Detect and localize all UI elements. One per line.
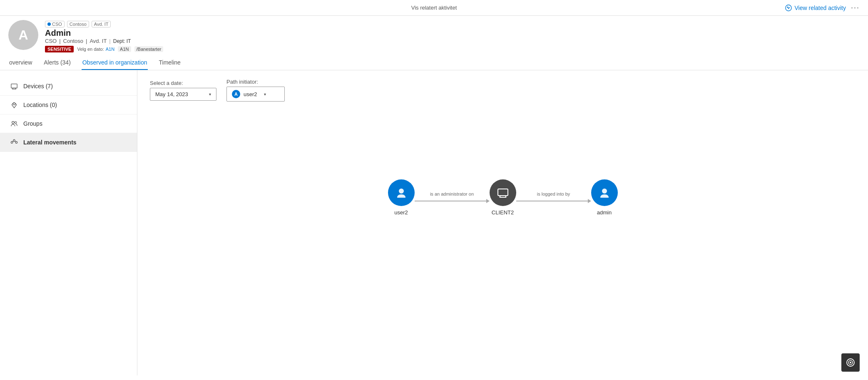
date-filter-label: Select a date:: [150, 80, 216, 86]
left-panel: Devices (7) Locations (0) Groups: [0, 70, 137, 375]
svg-point-6: [12, 122, 14, 124]
left-item-groups[interactable]: Groups: [0, 114, 137, 133]
svg-rect-1: [11, 84, 17, 88]
activity-icon: [785, 4, 792, 12]
path-chevron-icon: ▾: [264, 92, 266, 97]
edge-admin-on: is an administrator on: [415, 191, 490, 203]
edge-logged-arrow: [588, 199, 591, 203]
svg-point-13: [399, 189, 404, 194]
bottom-right-target-button[interactable]: [841, 353, 860, 372]
node-admin-circle: [591, 179, 618, 206]
lateral-label: Lateral movements: [23, 139, 77, 146]
svg-line-12: [15, 141, 16, 142]
date-filter-group: Select a date: May 14, 2023 ▾: [150, 80, 216, 101]
graph-container: user2 is an administrator on: [388, 179, 618, 216]
tab-overview[interactable]: overview: [8, 56, 33, 70]
vis-relatert-link[interactable]: Vis relatert aktivitet: [411, 5, 457, 11]
entity-tag-1: A1N: [118, 46, 131, 52]
node-user2: user2: [388, 179, 415, 216]
right-content: Select a date: May 14, 2023 ▾ Path initi…: [137, 70, 868, 375]
sensitive-row: SENSITIVE Velg en dato: A1N A1N /Banesta…: [45, 46, 163, 52]
sub-nav: overview Alerts (34) Observed in organiz…: [0, 56, 868, 70]
top-bar-right: View related activity ···: [785, 3, 860, 12]
view-related-button[interactable]: View related activity: [785, 4, 846, 12]
filter-row: Select a date: May 14, 2023 ▾ Path initi…: [150, 79, 856, 102]
avatar-info: CSO Contoso Avd. IT Admin CSO | Contoso …: [45, 20, 163, 52]
group-icon: [10, 119, 18, 128]
avatar-tags: CSO Contoso Avd. IT: [45, 21, 163, 27]
svg-rect-14: [498, 189, 508, 196]
node-user2-label: user2: [394, 209, 408, 216]
node-client2-label: CLIENT2: [492, 209, 514, 216]
device-icon: [10, 82, 18, 90]
node-admin-label: admin: [597, 209, 612, 216]
edge-admin-line: [415, 199, 490, 203]
main-layout: Devices (7) Locations (0) Groups: [0, 70, 868, 375]
contoso-tag: Contoso: [67, 21, 89, 27]
left-item-devices[interactable]: Devices (7): [0, 77, 137, 96]
cso-tag: CSO: [45, 21, 65, 27]
user2-icon: [395, 186, 408, 199]
node-admin: admin: [591, 179, 618, 216]
devices-label: Devices (7): [23, 83, 53, 89]
entity-tag-2: /Banestarter: [134, 46, 164, 52]
svg-point-7: [15, 122, 17, 124]
tag-dot: [47, 22, 51, 26]
date-chevron-icon: ▾: [209, 92, 211, 97]
admin-icon: [598, 186, 611, 199]
sensitive-badge: SENSITIVE: [45, 46, 74, 52]
graph-area: user2 is an administrator on: [150, 114, 856, 281]
avatar-subtitle: CSO | Contoso | Avd. IT | Dept: IT: [45, 38, 163, 44]
date-select[interactable]: May 14, 2023 ▾: [150, 88, 216, 101]
date-selector-small: Velg en dato: A1N: [77, 47, 114, 52]
svg-point-21: [850, 362, 851, 363]
target-icon: [846, 358, 855, 367]
tab-observed[interactable]: Observed in organization: [82, 56, 148, 70]
more-options-button[interactable]: ···: [851, 3, 860, 12]
edge-logged-line: [516, 199, 591, 203]
locations-label: Locations (0): [23, 102, 57, 108]
groups-label: Groups: [23, 120, 42, 127]
node-client2-circle: [490, 179, 516, 206]
client2-icon: [496, 186, 510, 199]
node-user2-circle: [388, 179, 415, 206]
edge-admin-arrow: [486, 199, 490, 203]
edge-logged-label: is logged into by: [537, 191, 570, 196]
top-bar: Vis relatert aktivitet View related acti…: [0, 0, 868, 16]
path-filter-label: Path initiator:: [226, 79, 285, 85]
lateral-icon: [10, 138, 18, 147]
tab-alerts[interactable]: Alerts (34): [43, 56, 72, 70]
avatar: A: [8, 20, 38, 50]
tab-timeline[interactable]: Timeline: [158, 56, 181, 70]
dept-badge: Dept: IT: [113, 38, 131, 44]
left-item-lateral[interactable]: Lateral movements: [0, 133, 137, 152]
path-user-select[interactable]: A user2 ▾: [226, 87, 285, 102]
svg-line-11: [12, 141, 13, 142]
left-item-locations[interactable]: Locations (0): [0, 96, 137, 114]
avd-tag: Avd. IT: [92, 21, 111, 27]
edge-admin-label: is an administrator on: [430, 191, 474, 196]
location-icon: [10, 101, 18, 109]
edge-logged-into: is logged into by: [516, 191, 591, 203]
svg-point-18: [602, 189, 607, 194]
avatar-section: A CSO Contoso Avd. IT Admin CSO | Contos…: [0, 16, 868, 52]
path-user-avatar: A: [232, 90, 240, 98]
user-name: Admin: [45, 28, 163, 38]
path-filter-group: Path initiator: A user2 ▾: [226, 79, 285, 102]
node-client2: CLIENT2: [490, 179, 516, 216]
